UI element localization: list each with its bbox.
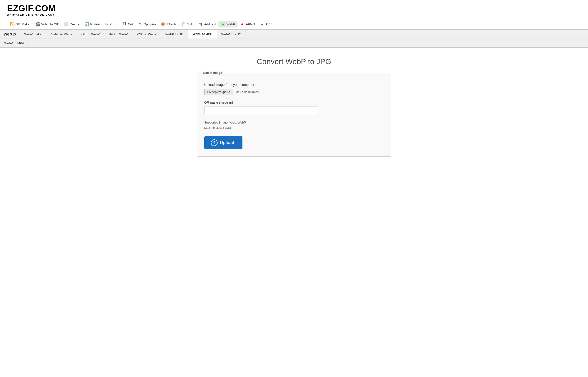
file-no-file-label: Файл не выбран xyxy=(236,90,259,94)
webp-subnav-webp-to-mp4[interactable]: WebP to MP4 xyxy=(0,39,28,47)
supported-info: Supported image types: WebP Max file siz… xyxy=(204,120,384,130)
webp-logo[interactable]: web·p xyxy=(0,30,20,39)
webp-subnav-maker[interactable]: WebP maker xyxy=(20,30,47,39)
webp-subnav-webp-to-png-label: WebP to PNG xyxy=(221,32,241,36)
nav-split-label: Split xyxy=(187,23,193,26)
upload-box-inner: Upload image from your computer: Выберит… xyxy=(197,76,391,156)
upload-button[interactable]: Upload! xyxy=(204,136,242,149)
webp-subnav-webp-to-mp4-label: WebP to MP4 xyxy=(4,41,24,45)
file-input-row: Выберите файл Файл не выбран xyxy=(204,89,384,95)
nav-resize[interactable]: ⬜ Resize xyxy=(61,21,82,27)
apng-icon: ● xyxy=(240,22,245,26)
nav-gif-maker-label: GIF Maker xyxy=(15,23,31,26)
nav-optimize[interactable]: ⚙ Optimize xyxy=(135,21,159,27)
nav-video-to-gif-label: Video to GIF xyxy=(41,23,59,26)
rotate-icon: 🔄 xyxy=(84,22,89,26)
resize-icon: ⬜ xyxy=(64,22,68,26)
webp-subnav: web·p WebP maker Video to WebP GIF to We… xyxy=(0,29,588,39)
webp-subnav-webp-to-gif-label: WebP to GIF xyxy=(165,32,184,36)
effects-icon: 🎨 xyxy=(161,22,166,26)
webp-icon: W xyxy=(221,22,225,26)
upload-arrow-icon xyxy=(213,141,216,144)
logo-area: EZGIF.COM ANIMATED GIFS MADE EASY xyxy=(0,0,588,18)
nav-rotate[interactable]: 🔄 Rotate xyxy=(82,21,102,27)
webp-logo-dot: · xyxy=(12,32,13,36)
upload-box: Select image Upload image from your comp… xyxy=(197,73,391,157)
cut-icon: 🎞 xyxy=(122,22,127,26)
logo-subtitle: ANIMATED GIFS MADE EASY xyxy=(7,13,581,16)
upload-button-label: Upload! xyxy=(220,140,236,145)
nav-split[interactable]: 📋 Split xyxy=(179,21,196,27)
nav-webp[interactable]: W WebP xyxy=(218,21,238,27)
webp-subnav-png-to-webp[interactable]: PNG to WebP xyxy=(132,30,161,39)
nav-resize-label: Resize xyxy=(70,23,79,26)
webp-subnav-gif-to-webp[interactable]: GIF to WebP xyxy=(77,30,104,39)
nav-optimize-label: Optimize xyxy=(144,23,156,26)
webp-subnav-webp-to-png[interactable]: WebP to PNG xyxy=(217,30,246,39)
nav-crop[interactable]: ✂ Crop xyxy=(102,21,119,27)
or-paste-label: OR paste image url: xyxy=(204,101,384,104)
nav-video-to-gif[interactable]: 🎬 Video to GIF xyxy=(33,21,62,27)
nav-webp-label: WebP xyxy=(226,23,235,26)
nav-add-text[interactable]: T| Add text xyxy=(196,21,218,27)
webp-subnav-webp-to-jpg[interactable]: WebP to JPG xyxy=(188,30,217,39)
nav-avif-label: AVIF xyxy=(266,23,273,26)
upload-icon xyxy=(211,139,218,146)
webp-subnav-row2: WebP to MP4 xyxy=(0,39,588,48)
webp-subnav-gif-to-webp-label: GIF to WebP xyxy=(81,32,100,36)
max-file-size: Max file size: 50MB xyxy=(204,125,384,130)
nav-apng[interactable]: ● APNG xyxy=(238,21,257,27)
webp-subnav-jpg-to-webp[interactable]: JPG to WebP xyxy=(104,30,133,39)
page-title: Convert WebP to JPG xyxy=(257,57,331,66)
nav-effects[interactable]: 🎨 Effects xyxy=(159,21,179,27)
webp-subnav-jpg-to-webp-label: JPG to WebP xyxy=(109,32,128,36)
webp-logo-text: web·p xyxy=(4,32,16,37)
main-content: Convert WebP to JPG Select image Upload … xyxy=(0,48,588,166)
split-icon: 📋 xyxy=(181,22,186,26)
nav-apng-label: APNG xyxy=(246,23,255,26)
nav-cut[interactable]: 🎞 Cut xyxy=(120,21,135,27)
top-nav: 🖼 GIF Maker 🎬 Video to GIF ⬜ Resize 🔄 Ro… xyxy=(0,18,588,28)
nav-effects-label: Effects xyxy=(167,23,176,26)
nav-add-text-label: Add text xyxy=(204,23,216,26)
supported-types: Supported image types: WebP xyxy=(204,120,384,125)
url-input[interactable] xyxy=(204,106,318,114)
nav-rotate-label: Rotate xyxy=(90,23,100,26)
nav-avif[interactable]: ▲ AVIF xyxy=(257,21,275,27)
gif-maker-icon: 🖼 xyxy=(10,22,14,26)
fieldset-legend: Select image xyxy=(202,71,224,75)
webp-subnav-maker-label: WebP maker xyxy=(24,32,43,36)
file-choose-button[interactable]: Выберите файл xyxy=(204,89,233,95)
webp-subnav-webp-to-jpg-label: WebP to JPG xyxy=(193,32,213,36)
nav-gif-maker[interactable]: 🖼 GIF Maker xyxy=(7,21,33,27)
nav-cut-label: Cut xyxy=(128,23,133,26)
logo-title: EZGIF.COM xyxy=(7,4,581,13)
crop-icon: ✂ xyxy=(104,22,109,26)
webp-subnav-video-to-webp[interactable]: Video to WebP xyxy=(47,30,77,39)
add-text-icon: T| xyxy=(198,22,203,26)
nav-crop-label: Crop xyxy=(110,23,117,26)
avif-icon: ▲ xyxy=(260,22,264,26)
upload-label: Upload image from your computer: xyxy=(204,83,384,87)
optimize-icon: ⚙ xyxy=(138,22,142,26)
webp-subnav-png-to-webp-label: PNG to WebP xyxy=(137,32,157,36)
video-to-gif-icon: 🎬 xyxy=(35,22,40,26)
webp-subnav-video-to-webp-label: Video to WebP xyxy=(51,32,73,36)
webp-subnav-webp-to-gif[interactable]: WebP to GIF xyxy=(161,30,188,39)
